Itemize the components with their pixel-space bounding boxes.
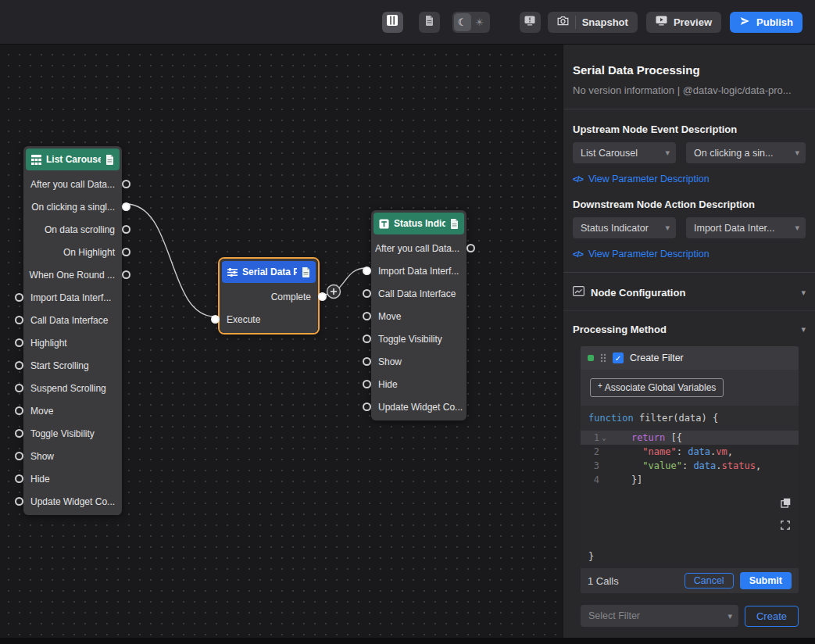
create-button[interactable]: Create	[745, 606, 799, 627]
port-row[interactable]: Highlight	[23, 331, 122, 354]
port-left-connected[interactable]	[363, 267, 371, 275]
port-left-connected[interactable]	[211, 315, 220, 324]
top-toolbar: ☾ ☀ Snapshot Preview Publish	[0, 0, 815, 45]
port-left[interactable]	[363, 402, 371, 411]
chevron-down-icon[interactable]: ▾	[801, 324, 806, 335]
upstream-event-select[interactable]: On clicking a sin...	[686, 142, 806, 163]
port-row[interactable]: Suspend Scrolling	[23, 377, 122, 399]
copy-icon[interactable]	[781, 498, 791, 508]
filter-enabled-checkbox[interactable]: ✓	[613, 352, 624, 363]
node-header[interactable]: Serial Data Pr...	[222, 261, 316, 283]
port-row[interactable]: Show	[371, 350, 466, 373]
processing-method-section[interactable]: Processing Method ▾	[573, 324, 806, 335]
preview-button[interactable]: Preview	[646, 12, 721, 33]
doc-icon[interactable]	[450, 219, 459, 229]
port-left[interactable]	[15, 384, 23, 392]
upstream-param-link[interactable]: </> View Parameter Description	[573, 174, 806, 184]
port-row[interactable]: After you call Data...	[23, 173, 122, 195]
code-editor[interactable]: 1⌄ return [{2 "name": data.vm,3 "value":…	[581, 431, 799, 548]
port-left[interactable]	[15, 293, 23, 302]
node-canvas[interactable]: List CarouselAfter you call Data...On cl…	[0, 45, 563, 638]
filter-card-header[interactable]: ✓ Create Filter	[581, 346, 799, 370]
port-left[interactable]	[15, 361, 23, 370]
code-line[interactable]: 3 "value": data.status,	[581, 459, 799, 473]
port-row[interactable]: Hide	[371, 373, 466, 395]
port-row[interactable]: Toggle Visibility	[371, 327, 466, 350]
node-list-carousel[interactable]: List CarouselAfter you call Data...On cl…	[23, 146, 122, 515]
port-right-connected[interactable]	[318, 292, 327, 301]
port-row[interactable]: Call Data Interface	[371, 282, 466, 305]
port-row[interactable]: Hide	[23, 467, 122, 490]
associate-global-variables-button[interactable]: + Associate Global Variables	[590, 378, 724, 397]
doc-icon[interactable]	[302, 267, 310, 277]
port-right[interactable]	[122, 248, 130, 256]
drag-handle-icon[interactable]	[600, 353, 606, 363]
port-row[interactable]: On clicking a singl...	[23, 195, 122, 218]
port-left[interactable]	[363, 357, 371, 366]
port-right-connected[interactable]	[122, 202, 130, 211]
port-left[interactable]	[15, 474, 23, 483]
port-left[interactable]	[15, 452, 23, 460]
port-right[interactable]	[466, 244, 475, 252]
fullscreen-icon[interactable]	[781, 521, 791, 530]
document-button[interactable]	[419, 12, 440, 33]
node-serial-data-processing[interactable]: Serial Data Pr...CompleteExecute	[220, 259, 318, 333]
port-right[interactable]	[122, 225, 130, 234]
port-row[interactable]: Import Data Interf...	[23, 286, 122, 309]
port-left[interactable]	[15, 429, 23, 438]
upstream-param-label: View Parameter Description	[588, 174, 710, 184]
port-left[interactable]	[15, 316, 23, 324]
port-left[interactable]	[363, 289, 371, 298]
chevron-down-icon[interactable]: ▾	[801, 288, 806, 298]
port-row[interactable]: Import Data Interf...	[371, 259, 466, 282]
doc-icon[interactable]	[105, 155, 114, 165]
port-row[interactable]: Start Scrolling	[23, 354, 122, 377]
port-row[interactable]: Move	[371, 305, 466, 327]
port-left[interactable]	[15, 406, 23, 415]
port-row[interactable]: Update Widget Co...	[23, 490, 122, 513]
port-row[interactable]: Execute	[220, 308, 318, 331]
port-row[interactable]: Call Data Interface	[23, 309, 122, 331]
port-row[interactable]: Update Widget Co...	[371, 395, 466, 418]
port-row[interactable]: After you call Data...	[371, 237, 466, 259]
cancel-button[interactable]: Cancel	[685, 573, 734, 589]
port-row[interactable]: Toggle Visibility	[23, 422, 122, 445]
theme-toggle[interactable]: ☾ ☀	[452, 12, 490, 33]
port-row[interactable]: On data scrolling	[23, 218, 122, 241]
submit-button[interactable]: Submit	[740, 572, 792, 589]
code-line[interactable]: 4 }]	[581, 473, 799, 487]
port-left[interactable]	[363, 312, 371, 320]
port-label: Update Widget Co...	[378, 402, 463, 413]
port-row[interactable]: Complete	[220, 285, 318, 308]
node-header[interactable]: Status Indicat...	[374, 213, 464, 234]
node-status-indicator[interactable]: Status Indicat...After you call Data...I…	[371, 210, 466, 420]
add-node-button[interactable]	[327, 285, 341, 299]
sun-icon[interactable]: ☀	[471, 13, 488, 31]
port-right[interactable]	[122, 180, 130, 188]
panel-toggle-button[interactable]	[382, 12, 403, 33]
port-left[interactable]	[15, 338, 23, 347]
publish-button[interactable]: Publish	[730, 12, 802, 33]
fold-caret-icon[interactable]: ⌄	[599, 431, 609, 445]
downstream-param-link[interactable]: </> View Parameter Description	[573, 249, 806, 259]
port-row[interactable]: Show	[23, 445, 122, 467]
port-right[interactable]	[122, 270, 130, 279]
publish-log-button[interactable]	[520, 12, 541, 33]
downstream-action-select[interactable]: Import Data Inter...	[686, 217, 806, 238]
node-configuration-section[interactable]: Node Configuration ▾	[573, 285, 806, 299]
port-left[interactable]	[363, 380, 371, 388]
node-header[interactable]: List Carousel	[26, 148, 120, 170]
downstream-node-select[interactable]: Status Indicator	[573, 217, 676, 238]
port-row[interactable]: Move	[23, 399, 122, 422]
port-left[interactable]	[15, 497, 23, 506]
upstream-node-select[interactable]: List Carousel	[573, 142, 676, 163]
select-filter-dropdown[interactable]: Select Filter	[581, 605, 738, 627]
snapshot-button[interactable]: Snapshot	[548, 12, 638, 33]
connection-wire[interactable]	[126, 204, 215, 317]
port-row[interactable]: On Highlight	[23, 241, 122, 263]
code-line[interactable]: 2 "name": data.vm,	[581, 445, 799, 459]
moon-icon[interactable]: ☾	[454, 13, 471, 31]
port-left[interactable]	[363, 335, 371, 343]
code-line[interactable]: 1⌄ return [{	[581, 431, 799, 445]
port-row[interactable]: When One Round ...	[23, 263, 122, 286]
